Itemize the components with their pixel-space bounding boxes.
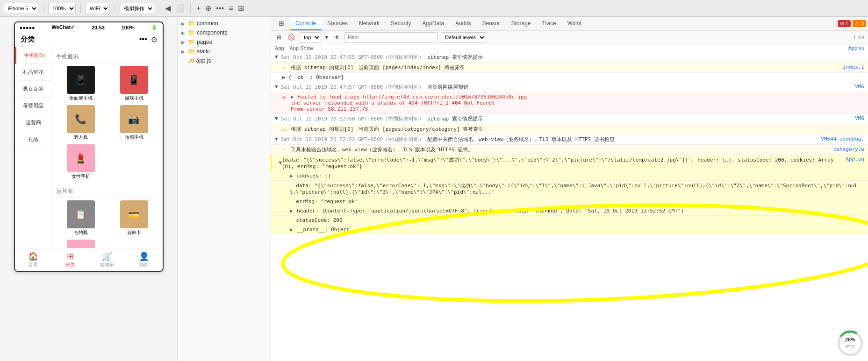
tab-storage[interactable]: Storage bbox=[506, 17, 537, 30]
console-level-select[interactable]: Default levels bbox=[441, 32, 486, 42]
search-btn[interactable]: ⊕ bbox=[204, 3, 212, 14]
console-clear-btn[interactable]: 🚫 bbox=[286, 33, 297, 42]
svg-text:57°C: 57°C bbox=[846, 344, 855, 349]
network-select[interactable]: WiFi bbox=[86, 3, 110, 14]
expand-arrow-2e[interactable]: ▶ bbox=[291, 94, 294, 100]
sidebar-item-1[interactable]: 礼品鲜花 bbox=[15, 64, 52, 81]
tab-security[interactable]: Security bbox=[385, 17, 416, 30]
cpu-meter-svg: 26% 57°C bbox=[836, 329, 864, 357]
entry-source-2[interactable]: VM6 bbox=[855, 84, 864, 91]
tab-audits[interactable]: Audits bbox=[450, 17, 476, 30]
product-item[interactable]: 📱 全面屏手机 bbox=[56, 66, 106, 101]
tab-wxml[interactable]: Wxml bbox=[562, 17, 587, 30]
product-img: 📞 bbox=[67, 105, 95, 133]
product-img: 📋 bbox=[67, 200, 95, 228]
bottom-nav-home[interactable]: 🏠 首页 bbox=[15, 248, 52, 271]
console-sidebar-btn[interactable]: ⊞ bbox=[275, 33, 283, 42]
entry-source-5[interactable]: App.vu bbox=[846, 156, 864, 170]
square-btn[interactable]: ⬜ bbox=[174, 3, 186, 14]
entry-text-1: sitemap 索引情况提示 bbox=[427, 54, 483, 60]
eye-btn[interactable]: 👁 bbox=[332, 33, 342, 42]
console-entry-1w: ⚠ 根据 sitemap 的规则[0]，当前页面 [pages/index/in… bbox=[271, 63, 868, 73]
more-btn[interactable]: ••• bbox=[215, 3, 225, 14]
error-badge: ⊘ 1 bbox=[838, 20, 851, 27]
expand-arrow-1[interactable]: ▼ bbox=[275, 54, 278, 61]
console-source-select[interactable]: top bbox=[300, 32, 321, 42]
console-entry-5c6: ▶ __proto__: Object bbox=[271, 225, 868, 234]
entry-content-5c1: ▶ cookies: [] bbox=[290, 173, 864, 179]
system-info: 26% 57°C bbox=[836, 329, 864, 357]
tree-item-pages[interactable]: ▶ 📁 pages bbox=[178, 37, 271, 47]
expand-arrow-5c4[interactable]: ▶ bbox=[290, 208, 293, 214]
entry-content-4: Sat Oct 19 2019 20:52:52 GMT+0800（中国标准时间… bbox=[281, 136, 819, 143]
folder-icon: 📁 bbox=[188, 48, 195, 55]
back-btn[interactable]: ◀ bbox=[164, 3, 172, 14]
bottom-nav-mine[interactable]: 👤 我的 bbox=[126, 248, 163, 271]
tab-sensor[interactable]: Sensor bbox=[477, 17, 506, 30]
tree-item-common[interactable]: ▶ 📁 common bbox=[178, 19, 271, 28]
entry-content-1obj: {__ob__: Observer} bbox=[288, 74, 864, 80]
entry-source-4[interactable]: VM644 asdebug. bbox=[821, 136, 864, 143]
sidebar-item-0[interactable]: 手机数码 bbox=[15, 47, 52, 64]
sidebar-item-5[interactable]: 礼品 bbox=[15, 131, 52, 148]
product-grid-0: 📱 全面屏手机 📱 游戏手机 📞 老人机 📸 bbox=[56, 66, 159, 180]
tab-trace[interactable]: Trace bbox=[537, 17, 562, 30]
phone-time: 20:53 bbox=[92, 25, 105, 30]
device-select[interactable]: iPhone 5 bbox=[4, 3, 38, 14]
mode-select[interactable]: 模拟操作 bbox=[120, 3, 154, 14]
tree-item-static[interactable]: ▶ 📁 static bbox=[178, 47, 271, 56]
expand-arrow-4[interactable]: ▼ bbox=[275, 136, 278, 143]
expand-arrow-obj1[interactable]: ▶ bbox=[282, 74, 286, 80]
expand-arrow-5[interactable]: ▶ bbox=[271, 162, 284, 165]
error-text-2: Failed to load image http://img.ef43.com… bbox=[291, 94, 527, 112]
tab-sources[interactable]: Sources bbox=[322, 17, 353, 30]
tab-console[interactable]: Console bbox=[290, 17, 322, 30]
tab-network[interactable]: Network bbox=[353, 17, 385, 30]
entry-time-4: Sat Oct 19 2019 20:52:52 GMT+0800（中国标准时间… bbox=[281, 136, 424, 142]
bottom-nav-cart[interactable]: 🛒 购物车 bbox=[89, 248, 126, 271]
zoom-select[interactable]: 100% bbox=[48, 3, 76, 14]
entry-content-1w: 根据 sitemap 的规则[0]，当前页面 [pages/index/inde… bbox=[291, 64, 841, 71]
product-img: 💳 bbox=[120, 200, 148, 228]
product-item[interactable]: 📦 办套餐 bbox=[56, 240, 106, 248]
tree-label-common: common bbox=[197, 20, 218, 27]
sidebar-item-3[interactable]: 母婴用品 bbox=[15, 98, 52, 114]
phone-signal: ●●●●● bbox=[20, 25, 35, 30]
expand-arrow-5c6[interactable]: ▶ bbox=[290, 227, 293, 233]
entry-source-4w[interactable]: category.w bbox=[833, 146, 864, 153]
folder-icon: 📁 bbox=[188, 39, 195, 45]
entry-source-1w[interactable]: index.1 bbox=[843, 64, 864, 71]
expand-arrow-5c1[interactable]: ▶ bbox=[290, 173, 293, 179]
filter-input[interactable] bbox=[344, 32, 438, 42]
sidebar-item-2[interactable]: 男女女装 bbox=[15, 81, 52, 98]
layout-btn[interactable]: ≡ bbox=[228, 3, 234, 14]
expand-arrow-3[interactable]: ▼ bbox=[275, 115, 278, 122]
tab-toggle[interactable]: ⊞ bbox=[273, 17, 290, 31]
nav-camera-icon[interactable]: ⊙ bbox=[151, 35, 157, 44]
add-btn[interactable]: + bbox=[195, 3, 201, 14]
product-item[interactable]: 💳 选好卡 bbox=[109, 200, 159, 236]
product-item[interactable]: 📋 合约机 bbox=[56, 200, 106, 236]
tree-item-appjs[interactable]: JS app.js bbox=[178, 56, 271, 65]
phone-nav-icons: ••• ⊙ bbox=[139, 35, 157, 44]
tabs-right: ⊘ 1 ⚠ 3 bbox=[838, 20, 866, 27]
tab-appdata[interactable]: AppData bbox=[416, 17, 450, 30]
split-btn[interactable]: ⊞ bbox=[237, 3, 245, 14]
product-item[interactable]: 📸 拍照手机 bbox=[109, 105, 159, 141]
entry-source-3[interactable]: VM6 bbox=[855, 115, 864, 122]
console-entry-5c1: ▶ cookies: [] bbox=[271, 171, 868, 181]
nav-dots-icon[interactable]: ••• bbox=[139, 35, 147, 44]
console-entry-2: ▼ Sat Oct 19 2019 20:47:57 GMT+0800（中国标准… bbox=[271, 82, 868, 92]
product-item[interactable]: 💄 女性手机 bbox=[56, 144, 106, 180]
product-img: 📱 bbox=[67, 66, 95, 94]
product-item[interactable]: 📱 游戏手机 bbox=[109, 66, 159, 101]
phone-bottom-nav: 🏠 首页 ⊞ 分类 🛒 购物车 👤 我的 bbox=[15, 248, 163, 271]
app-vm-link[interactable]: App.vu bbox=[848, 45, 864, 51]
expand-arrow-2[interactable]: ▼ bbox=[275, 84, 278, 91]
product-item[interactable]: 📞 老人机 bbox=[56, 105, 106, 141]
bottom-nav-category[interactable]: ⊞ 分类 bbox=[52, 248, 89, 271]
app-show-row: App App Show App.vu bbox=[271, 44, 868, 52]
tree-item-components[interactable]: ▶ 📁 components bbox=[178, 28, 271, 37]
entry-text-2: 渲染层网络层报错 bbox=[427, 84, 468, 90]
sidebar-item-4[interactable]: 运营商 bbox=[15, 114, 52, 131]
